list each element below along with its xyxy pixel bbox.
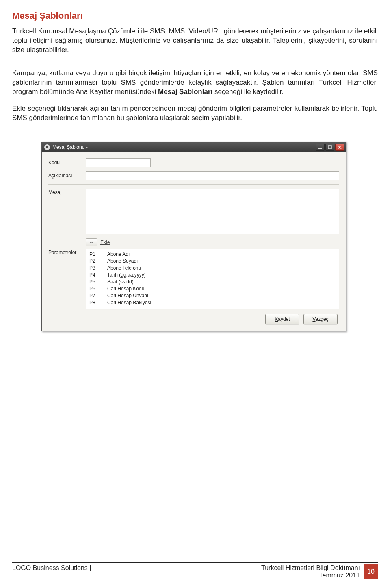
paragraph-2: Kampanya, kutlama veya duyuru gibi birço… xyxy=(12,69,378,97)
mesaj-textarea[interactable] xyxy=(86,189,339,234)
list-item[interactable]: P5Saat (ss:dd) xyxy=(89,279,336,285)
list-item[interactable]: P3Abone Telefonu xyxy=(89,265,336,272)
cancel-button[interactable]: Vazgeç xyxy=(303,314,338,324)
list-item[interactable]: P6Cari Hesap Kodu xyxy=(89,285,336,292)
text-caret xyxy=(89,159,89,165)
ekle-link[interactable]: Ekle xyxy=(100,240,110,245)
svg-point-0 xyxy=(46,146,48,148)
ekle-picker-button[interactable]: ··· xyxy=(86,238,97,246)
label-mesaj: Mesaj xyxy=(48,189,86,234)
app-icon xyxy=(44,144,50,150)
list-item[interactable]: P8Cari Hesap Bakiyesi xyxy=(89,299,336,306)
cancel-button-rest: azgeç xyxy=(316,316,329,322)
message-template-dialog: Mesaj Şablonu - Kodu Açıklaması xyxy=(41,142,346,331)
footer-right-1: Turkcell Hizmetleri Bilgi Dokümanı xyxy=(261,564,360,572)
minimize-button[interactable] xyxy=(316,144,325,151)
dialog-titlebar[interactable]: Mesaj Şablonu - xyxy=(42,142,346,152)
list-item[interactable]: P4Tarih (gg.aa.yyyy) xyxy=(89,272,336,279)
paragraph-3: Ekle seçeneği tıklanarak açılan tanım pe… xyxy=(12,104,378,123)
list-item[interactable]: P2Abone Soyadı xyxy=(89,258,336,265)
list-item[interactable]: P1Abone Adı xyxy=(89,251,336,258)
dialog-title: Mesaj Şablonu - xyxy=(52,144,88,150)
parameter-listbox[interactable]: P1Abone Adı P2Abone Soyadı P3Abone Telef… xyxy=(86,249,339,309)
label-aciklamasi: Açıklaması xyxy=(48,173,86,179)
label-kodu: Kodu xyxy=(48,160,86,166)
footer-left: LOGO Business Solutions | xyxy=(12,564,261,579)
footer-right-2: Temmuz 2011 xyxy=(261,572,360,579)
page-number: 10 xyxy=(364,564,378,579)
close-button[interactable] xyxy=(335,144,344,151)
save-button-rest: aydet xyxy=(278,316,290,322)
separator xyxy=(48,184,339,185)
paragraph-2-bold: Mesaj Şablonları xyxy=(158,88,212,96)
footer-rule xyxy=(12,562,378,563)
save-button[interactable]: Kaydet xyxy=(265,314,299,324)
svg-rect-1 xyxy=(318,148,322,149)
maximize-button[interactable] xyxy=(325,144,334,151)
paragraph-2b: seçeneği ile kaydedilir. xyxy=(212,88,284,96)
list-item[interactable]: P7Cari Hesap Ünvanı xyxy=(89,292,336,299)
label-parametreler: Parametreler xyxy=(48,249,86,309)
kodu-input[interactable] xyxy=(86,158,151,167)
section-heading: Mesaj Şablonları xyxy=(12,11,378,21)
aciklamasi-input[interactable] xyxy=(86,171,339,180)
svg-rect-2 xyxy=(328,146,332,149)
paragraph-1: Turkcell Kurumsal Mesajlaşma Çözümleri i… xyxy=(12,27,378,55)
